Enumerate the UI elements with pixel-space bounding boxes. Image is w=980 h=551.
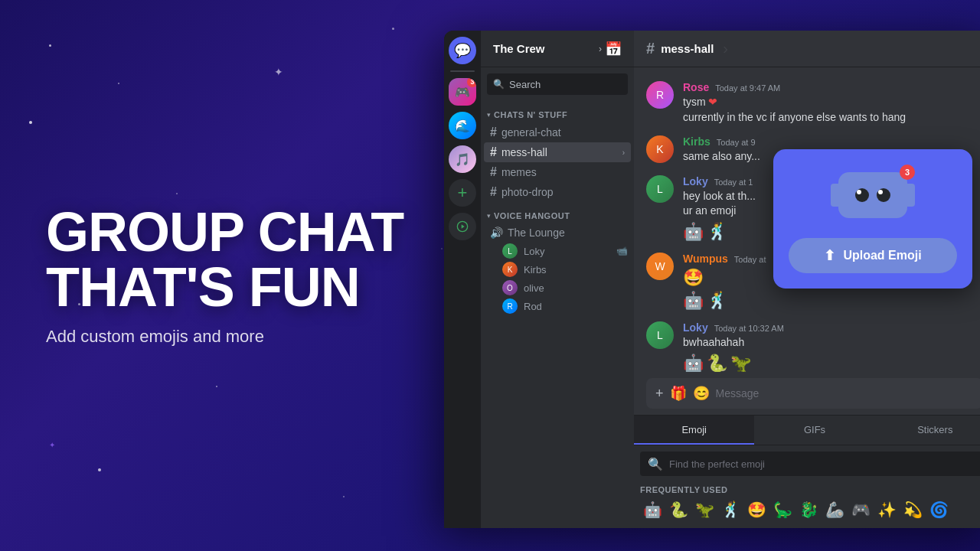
input-placeholder[interactable]: Message — [716, 387, 974, 399]
dm-icon[interactable]: 💬 — [449, 37, 476, 64]
input-area: + 🎁 😊 Message — [634, 372, 980, 415]
add-server-button[interactable]: + — [449, 179, 476, 207]
timestamp-kirbs: Today at 9 — [717, 138, 756, 147]
voice-member-name-loky: Loky — [524, 246, 610, 257]
emoji-grid-item-3[interactable]: 🦖 — [692, 497, 717, 522]
channels-list: ▾ CHATS N' STUFF # general-chat # mess-h… — [481, 101, 634, 528]
voice-member-rod[interactable]: R Rod — [481, 297, 634, 315]
voice-member-kirbs[interactable]: K Kirbs — [481, 260, 634, 279]
message-content-rose: Rose Today at 9:47 AM tysm ❤ currently i… — [683, 81, 980, 125]
emoji-grid-item-10[interactable]: ✨ — [874, 497, 899, 522]
emoji-grid-item-8[interactable]: 🦾 — [822, 497, 847, 522]
emoji-dance: 🕺 — [707, 222, 727, 242]
emoji-dino: 🦖 — [730, 354, 751, 372]
channel-general-chat[interactable]: # general-chat — [484, 122, 631, 142]
voice-avatar-loky: L — [502, 243, 518, 259]
category-voice[interactable]: ▾ Voice Hangout — [481, 208, 634, 223]
voice-channel-name: The Lounge — [508, 227, 625, 239]
message-input-bar[interactable]: + 🎁 😊 Message — [646, 378, 980, 409]
channel-name-mess-hall: mess-hall — [501, 146, 618, 158]
emoji-grid-item-11[interactable]: 💫 — [900, 497, 925, 522]
avatar-rose: R — [646, 81, 674, 109]
tab-stickers[interactable]: Stickers — [875, 416, 980, 445]
search-bar[interactable]: 🔍 Search — [487, 73, 628, 95]
hero-subtitle: Add custom emojis and more — [46, 327, 413, 347]
channel-name-general: general-chat — [501, 126, 625, 139]
emoji-grid-item-4[interactable]: 🕺 — [718, 497, 743, 522]
emoji-grid-item-1[interactable]: 🤖 — [640, 497, 665, 522]
emoji-row-wumpus-2: 🤖 🕺 — [683, 291, 980, 311]
voice-member-name-rod: Rod — [524, 301, 628, 312]
chat-header-channel-name: mess-hall — [661, 42, 714, 55]
calendar-icon[interactable]: 📅 — [605, 41, 622, 57]
emoji-grid-item-2[interactable]: 🐍 — [666, 497, 691, 522]
hash-icon: # — [490, 126, 497, 139]
server-icon-2[interactable]: 🌊 — [449, 112, 476, 139]
timestamp-loky-2: Today at 10:32 AM — [714, 324, 784, 333]
explore-button[interactable] — [449, 213, 476, 240]
emoji-grid-item-6[interactable]: 🦕 — [770, 497, 795, 522]
category-chats[interactable]: ▾ CHATS N' STUFF — [481, 107, 634, 122]
hero-title: GROUP CHAT THAT'S FUN — [46, 204, 413, 315]
emoji-grid-item-9[interactable]: 🎮 — [848, 497, 873, 522]
server-divider — [450, 70, 475, 72]
emoji-grid-item-5[interactable]: 🤩 — [744, 497, 769, 522]
chevron-right-icon: › — [599, 44, 602, 54]
robot-left-eye — [855, 188, 869, 202]
username-loky-1: Loky — [683, 175, 708, 187]
voice-channel-lounge[interactable]: 🔊 The Lounge — [484, 223, 631, 242]
hero-section: GROUP CHAT THAT'S FUN Add custom emojis … — [46, 204, 413, 347]
voice-avatar-kirbs: K — [502, 262, 518, 277]
channel-mess-hall[interactable]: # mess-hall › — [484, 142, 631, 162]
upload-emoji-popup: 3 ⬆ Upload Emoji — [773, 149, 972, 289]
channel-memes[interactable]: # memes — [484, 162, 631, 182]
robot-left-ear — [831, 184, 841, 207]
timestamp-wumpus: Today at — [734, 255, 766, 264]
username-loky-2: Loky — [683, 321, 708, 334]
voice-member-olive[interactable]: O olive — [481, 279, 634, 297]
channel-arrow-icon: › — [622, 148, 625, 157]
plus-icon[interactable]: + — [655, 386, 664, 402]
emoji-robot-2: 🤖 — [683, 291, 704, 311]
emoji-grid-item-12[interactable]: 🌀 — [926, 497, 951, 522]
app-window: 💬 🎮 3 🌊 🎵 + The Crew — [444, 31, 980, 528]
emoji-robot: 🤖 — [683, 222, 704, 242]
server-icon-1[interactable]: 🎮 3 — [449, 78, 476, 106]
frequently-used-label: Frequently Used — [634, 482, 980, 497]
emoji-snake: 🐍 — [707, 354, 727, 372]
emoji-grid-item-7[interactable]: 🐉 — [796, 497, 821, 522]
channel-photo-drop[interactable]: # photo-drop — [484, 182, 631, 202]
emoji-robot-3: 🤖 — [683, 354, 704, 372]
category-name: CHATS N' STUFF — [494, 110, 567, 119]
server-name: The Crew — [493, 42, 596, 55]
server-icon-3[interactable]: 🎵 — [449, 145, 476, 173]
sticker-icon[interactable]: 😊 — [693, 385, 710, 402]
username-rose: Rose — [683, 81, 709, 93]
category-arrow-voice-icon: ▾ — [487, 212, 491, 220]
voice-avatar-rod: R — [502, 298, 518, 314]
svg-marker-1 — [462, 224, 465, 228]
upload-arrow-icon: ⬆ — [824, 247, 835, 264]
upload-emoji-button[interactable]: ⬆ Upload Emoji — [789, 238, 957, 273]
chat-header-divider: › — [723, 40, 728, 57]
emoji-search-icon: 🔍 — [648, 457, 663, 471]
emoji-search-bar[interactable]: 🔍 Find the perfect emoji — [640, 452, 980, 476]
tab-gifs[interactable]: GIFs — [754, 416, 874, 445]
server-header[interactable]: The Crew › 📅 — [481, 31, 634, 67]
username-wumpus: Wumpus — [683, 253, 728, 265]
chat-header: # mess-hall › — [634, 31, 980, 67]
message-loky-2: L Loky Today at 10:32 AM bwhaahahah 🤖 🐍 … — [646, 320, 980, 372]
hash-icon: # — [490, 185, 497, 199]
emoji-tabs: Emoji GIFs Stickers — [634, 416, 980, 445]
channel-name-memes: memes — [501, 166, 625, 178]
message-content-loky-2: Loky Today at 10:32 AM bwhaahahah 🤖 🐍 🦖 — [683, 321, 980, 372]
tab-emoji[interactable]: Emoji — [634, 416, 754, 445]
voice-member-loky[interactable]: L Loky 📹 — [481, 242, 634, 260]
avatar-loky-1: L — [646, 175, 674, 203]
gift-icon[interactable]: 🎁 — [670, 385, 687, 402]
emoji-row-loky-2: 🤖 🐍 🦖 — [683, 354, 980, 372]
voice-category-name: Voice Hangout — [494, 211, 570, 220]
msg-header-kirbs: Kirbs Today at 9 — [683, 135, 980, 148]
notification-badge: 3 — [467, 78, 476, 87]
robot-head: 3 — [838, 172, 907, 218]
